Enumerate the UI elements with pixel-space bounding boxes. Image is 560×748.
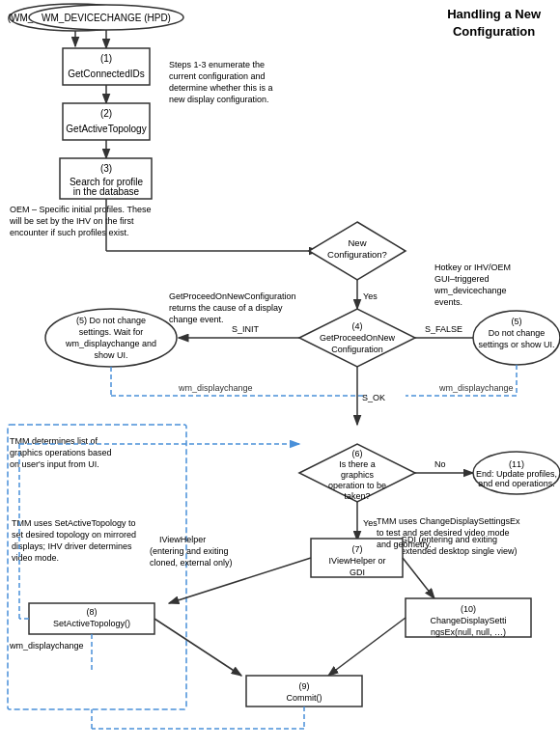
svg-text:(4): (4) bbox=[352, 321, 363, 331]
svg-text:wm_displaychange: wm_displaychange bbox=[9, 641, 84, 651]
svg-text:WM_DEVICECHANGE (HPD): WM_DEVICECHANGE (HPD) bbox=[42, 13, 171, 23]
svg-text:IViewHelper or: IViewHelper or bbox=[329, 556, 386, 566]
svg-text:show UI.: show UI. bbox=[94, 350, 127, 360]
svg-text:wm_displaychange and: wm_displaychange and bbox=[65, 339, 156, 348]
svg-text:(5): (5) bbox=[512, 317, 522, 326]
svg-text:determine whether this is a: determine whether this is a bbox=[169, 83, 273, 93]
svg-text:events.: events. bbox=[434, 297, 462, 307]
svg-text:change event.: change event. bbox=[169, 315, 224, 324]
svg-text:settings or show UI.: settings or show UI. bbox=[478, 340, 554, 349]
svg-text:(1): (1) bbox=[100, 53, 112, 64]
svg-text:set desired topology on mirror: set desired topology on mirrored bbox=[12, 530, 136, 540]
svg-text:OEM – Specific initial profile: OEM – Specific initial profiles. These bbox=[10, 205, 151, 214]
svg-text:(7): (7) bbox=[352, 544, 363, 554]
svg-text:Configuration: Configuration bbox=[331, 345, 383, 354]
svg-text:GetActiveTopology: GetActiveTopology bbox=[66, 124, 146, 134]
svg-text:and end operations.: and end operations. bbox=[478, 479, 555, 488]
svg-text:IViewHelper: IViewHelper bbox=[159, 535, 206, 544]
svg-text:Hotkey or IHV/OEM: Hotkey or IHV/OEM bbox=[434, 263, 511, 272]
svg-text:cloned, external only): cloned, external only) bbox=[150, 558, 233, 568]
svg-text:current configuration and: current configuration and bbox=[169, 71, 266, 81]
svg-text:graphics: graphics bbox=[341, 470, 375, 480]
svg-text:(5) Do not change: (5) Do not change bbox=[76, 316, 146, 325]
svg-text:wm_displaychange: wm_displaychange bbox=[438, 383, 514, 393]
svg-text:new display configuration.: new display configuration. bbox=[169, 95, 269, 104]
svg-text:wm_devicechange: wm_devicechange bbox=[434, 286, 507, 295]
svg-text:returns the cause of a display: returns the cause of a display bbox=[169, 303, 283, 313]
svg-text:settings. Wait for: settings. Wait for bbox=[79, 327, 144, 337]
svg-line-109 bbox=[328, 618, 406, 676]
svg-text:Do not change: Do not change bbox=[489, 328, 546, 338]
svg-text:Steps 1-3 enumerate the: Steps 1-3 enumerate the bbox=[169, 60, 265, 69]
svg-text:S_FALSE: S_FALSE bbox=[425, 324, 462, 334]
svg-text:TMM uses SetActiveTopology to: TMM uses SetActiveTopology to bbox=[12, 518, 136, 528]
svg-text:(entering and exiting: (entering and exiting bbox=[150, 546, 229, 556]
svg-line-95 bbox=[403, 558, 434, 598]
svg-text:encounter if such profiles exi: encounter if such profiles exist. bbox=[10, 228, 129, 237]
svg-text:in the database: in the database bbox=[73, 186, 140, 197]
svg-text:GDI: GDI bbox=[350, 568, 365, 577]
svg-text:will be set by the IHV on the : will be set by the IHV on the first bbox=[9, 216, 134, 226]
svg-text:GetProceedOnNewConfiguration: GetProceedOnNewConfiguration bbox=[169, 291, 296, 301]
svg-text:Configuration?: Configuration? bbox=[327, 249, 387, 260]
svg-text:and geometry.: and geometry. bbox=[377, 540, 432, 549]
svg-text:to test and set desired video : to test and set desired video mode bbox=[377, 528, 510, 538]
svg-text:(10): (10) bbox=[461, 604, 476, 614]
svg-text:GetProceedOnNew: GetProceedOnNew bbox=[320, 333, 396, 343]
svg-text:Yes: Yes bbox=[363, 291, 378, 301]
diagram-container: Handling a NewConfiguration (WM_DEVICECH… bbox=[0, 0, 560, 748]
svg-text:GUI–triggered: GUI–triggered bbox=[434, 274, 490, 284]
flowchart-svg: (WM_DEVICECHANGE (HPD)) WM_DEVICECHANGE … bbox=[0, 0, 560, 748]
svg-text:End: Update profiles,: End: Update profiles, bbox=[476, 469, 557, 479]
svg-text:Commit(): Commit() bbox=[287, 693, 322, 703]
svg-text:GetConnectedIDs: GetConnectedIDs bbox=[68, 69, 145, 79]
svg-text:(2): (2) bbox=[100, 108, 112, 119]
svg-text:operation to be: operation to be bbox=[328, 481, 386, 490]
svg-text:TMM uses ChangeDisplaySettings: TMM uses ChangeDisplaySettingsEx bbox=[377, 516, 520, 526]
svg-text:S_OK: S_OK bbox=[362, 393, 385, 402]
svg-text:New: New bbox=[348, 237, 366, 248]
svg-text:(11): (11) bbox=[509, 459, 524, 469]
svg-text:SetActiveTopology(): SetActiveTopology() bbox=[53, 619, 130, 628]
svg-text:on user's input from UI.: on user's input from UI. bbox=[10, 459, 99, 469]
svg-text:taken?: taken? bbox=[344, 491, 370, 501]
svg-text:displays; IHV driver determine: displays; IHV driver determines bbox=[12, 541, 132, 551]
svg-text:(6): (6) bbox=[352, 449, 363, 458]
svg-text:ChangeDisplaySetti: ChangeDisplaySetti bbox=[430, 616, 506, 625]
svg-text:S_INIT: S_INIT bbox=[232, 324, 260, 334]
svg-text:(9): (9) bbox=[299, 681, 310, 691]
svg-text:(3): (3) bbox=[100, 163, 112, 174]
svg-text:Is there a: Is there a bbox=[339, 459, 376, 469]
svg-text:graphics operations based: graphics operations based bbox=[10, 448, 112, 457]
svg-text:wm_displaychange: wm_displaychange bbox=[178, 383, 253, 393]
svg-text:Yes: Yes bbox=[363, 518, 378, 528]
svg-text:No: No bbox=[434, 459, 446, 469]
svg-line-108 bbox=[154, 619, 241, 676]
svg-text:(8): (8) bbox=[87, 607, 98, 617]
svg-text:ngsEx(null, null, …): ngsEx(null, null, …) bbox=[431, 627, 506, 637]
